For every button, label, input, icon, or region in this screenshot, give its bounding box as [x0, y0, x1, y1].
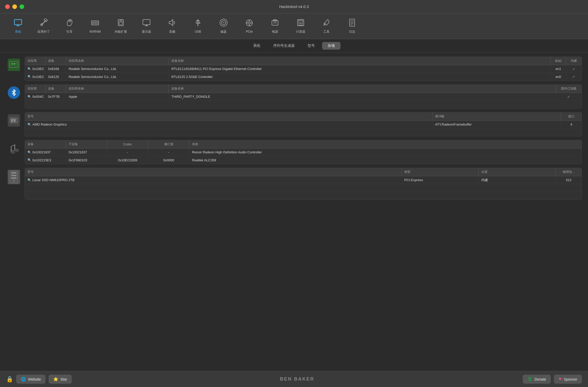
table-row[interactable]: 🔍 0x004C 0x7F7B Apple THIRD_PARTY_DONGLE… — [25, 93, 582, 101]
th-bt-device: 设备 — [45, 85, 66, 93]
th-gpu-model: 型号 — [25, 112, 433, 120]
tools-icon — [322, 19, 330, 28]
td-vendorname: Realtek Semiconductor Co., Ltd. — [66, 65, 169, 73]
star-icon: ⭐ — [53, 377, 58, 382]
bluetooth-table: 供应商 设备 供应商名称 设备名称 固件已加载 🔍 0x004C 0x7F7B … — [25, 84, 582, 109]
toolbar-item-boot[interactable]: 引导 — [57, 15, 82, 38]
toolbar-item-calc[interactable]: 计算器 — [288, 15, 314, 38]
website-button[interactable]: 🌐 Website — [16, 375, 45, 384]
toolbar-item-audio[interactable]: 音频 — [159, 15, 185, 38]
sponsor-label: Sponsor — [564, 377, 577, 381]
toolbar-item-nvram[interactable]: NVRAM — [82, 15, 108, 38]
calc-icon — [297, 19, 305, 28]
network-table-header: 供应商 设备 供应商名称 设备名称 BSD 内建 — [25, 57, 582, 65]
donate-button[interactable]: 💲 Donate — [523, 375, 551, 384]
toolbar-item-disk[interactable]: 磁盘 — [211, 15, 236, 38]
disk-icon — [219, 19, 228, 28]
audio-table: 设备 子设备 Codec 修订值 名称 🔍 0x10021637 0x10021… — [25, 140, 582, 164]
td-devname: RTL8125 2.5GbE Controller — [169, 73, 551, 81]
td-aud-device: 🔍 0x10021637 — [25, 148, 66, 156]
nvram-icon — [91, 19, 99, 28]
power-icon — [271, 19, 279, 28]
toolbar-item-power[interactable]: 电源 — [262, 15, 288, 38]
tab-misc[interactable]: 杂项 — [322, 42, 341, 50]
svg-point-13 — [120, 20, 121, 21]
table-row[interactable]: 🔍 0x10021637 0x10021637 - - Renoir Radeo… — [25, 148, 582, 156]
th-bt-vendorname: 供应商名称 — [66, 85, 169, 93]
search-icon[interactable]: 🔍 — [27, 67, 31, 71]
toolbar-item-usb[interactable]: USB — [185, 15, 211, 38]
boot-icon — [65, 19, 74, 28]
td-bt-vendorname: Apple — [66, 93, 169, 100]
search-icon[interactable]: 🔍 — [27, 123, 31, 126]
toolbar-item-display[interactable]: 显示器 — [134, 15, 159, 38]
svg-rect-60 — [11, 172, 16, 174]
td-aud-name: Renoir Radeon High Definition Audio Cont… — [189, 148, 582, 156]
tab-system[interactable]: 系统 — [247, 42, 266, 50]
svg-rect-8 — [93, 22, 94, 24]
search-icon[interactable]: 🔍 — [27, 158, 31, 162]
svg-rect-12 — [119, 22, 122, 25]
storage-icon — [8, 170, 20, 184]
logs-icon — [348, 19, 356, 28]
toolbar-label-audio: 音频 — [169, 30, 175, 34]
svg-point-31 — [299, 23, 300, 24]
toolbar-label-usb: USB — [195, 30, 201, 33]
th-bt-vendor: 供应商 — [25, 85, 45, 93]
network-table: 供应商 设备 供应商名称 设备名称 BSD 内建 🔍 0x10EC 0x8168… — [25, 57, 582, 81]
star-button[interactable]: ⭐ Star — [49, 375, 72, 384]
td-gpu-fb: ATY,RadeonFramebuffer — [433, 121, 561, 128]
toolbar-item-pcie[interactable]: PCIe — [236, 15, 262, 38]
table-row[interactable]: 🔍 AMD Radeon Graphics ATY,RadeonFramebuf… — [25, 121, 582, 128]
toolbar-item-kexts[interactable]: 内核扩展 — [108, 15, 134, 38]
table-row[interactable]: 🔍 0x102215E3 0x1F660103 0x10EC0269 0x000… — [25, 156, 582, 164]
td-bsd: en1 — [551, 65, 566, 73]
table-row[interactable]: 🔍 0x10EC 0x8168 Realtek Semiconductor Co… — [25, 65, 582, 73]
display-icon — [142, 19, 151, 28]
td-sto-type: PCI-Express — [402, 176, 479, 184]
toolbar-label-patches: 应用补丁 — [38, 30, 50, 34]
tab-model[interactable]: 型号 — [302, 42, 320, 50]
td-bt-device: 0x7F7B — [45, 93, 66, 100]
td-aud-subdev: 0x10021637 — [66, 148, 107, 156]
toolbar-item-patches[interactable]: 应用补丁 — [31, 15, 57, 38]
toolbar-label-power: 电源 — [272, 30, 278, 34]
search-icon[interactable]: 🔍 — [27, 151, 31, 154]
th-aud-subdev: 子设备 — [66, 140, 107, 148]
audio-table-header: 设备 子设备 Codec 修订值 名称 — [25, 140, 582, 148]
th-gpu-port: 接口 — [561, 112, 582, 120]
tab-serial[interactable]: 序列号生成器 — [268, 42, 300, 50]
sponsor-button[interactable]: ❤ Sponsor — [554, 375, 582, 384]
toolbar-item-system[interactable]: 系统 — [5, 15, 31, 38]
table-row[interactable]: 🔍 0x10EC 0x8125 Realtek Semiconductor Co… — [25, 73, 582, 81]
toolbar-item-logs[interactable]: 日志 — [339, 15, 365, 38]
td-bt-devname: THIRD_PARTY_DONGLE — [169, 93, 556, 100]
td-aud-codec: 0x10EC0269 — [107, 156, 148, 164]
td-aud-subdev: 0x1F660103 — [66, 156, 107, 164]
search-icon[interactable]: 🔍 — [27, 95, 31, 99]
bluetooth-icon — [8, 86, 20, 99]
th-device: 设备 — [45, 57, 66, 65]
td-vendor: 🔍 0x10EC — [25, 65, 45, 73]
audio-icon — [168, 19, 176, 28]
footer-left: 🔒 🌐 Website ⭐ Star — [6, 375, 72, 384]
svg-rect-30 — [299, 20, 303, 22]
table-row[interactable]: 🔍 Lexar SSD NM610PRO 2TB PCI-Express 内建 … — [25, 176, 582, 184]
donate-icon: 💲 — [527, 377, 532, 382]
svg-rect-14 — [143, 20, 150, 25]
close-button[interactable] — [5, 4, 10, 9]
heart-icon: ❤ — [558, 377, 562, 382]
minimize-button[interactable] — [12, 4, 17, 9]
td-aud-rev: - — [148, 148, 189, 156]
search-icon[interactable]: 🔍 — [27, 75, 31, 78]
th-bsd: BSD — [551, 57, 566, 65]
toolbar-item-tools[interactable]: 工具 — [314, 15, 339, 38]
th-sto-block: 物理块... — [556, 168, 582, 176]
maximize-button[interactable] — [20, 4, 24, 9]
svg-point-36 — [302, 25, 303, 26]
gpu-icon-container — [6, 112, 22, 127]
svg-point-55 — [15, 149, 19, 152]
search-icon[interactable]: 🔍 — [27, 178, 31, 182]
svg-rect-47 — [15, 63, 16, 64]
td-bt-vendor: 🔍 0x004C — [25, 93, 45, 100]
